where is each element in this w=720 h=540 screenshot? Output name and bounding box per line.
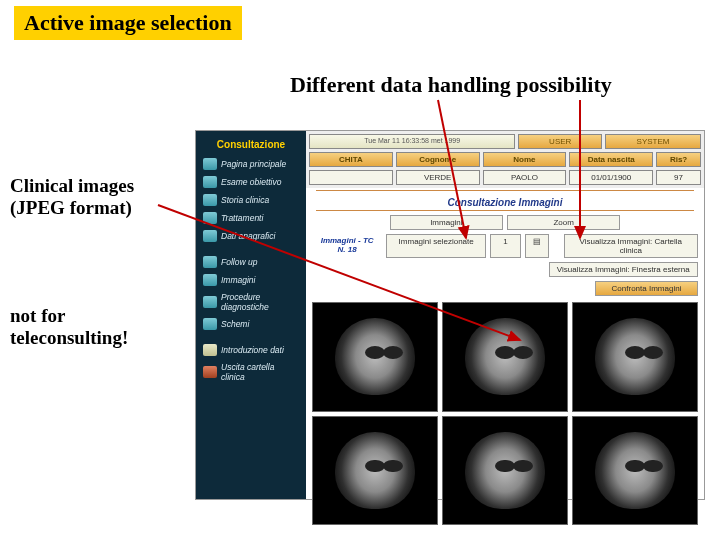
controls-header-row: Immagini Zoom: [306, 213, 704, 232]
confronta-button[interactable]: Confronta Immagini: [595, 281, 698, 296]
controls-row-1: Immagini - TCN. 18 Immagini selezionate …: [306, 232, 704, 260]
patient-value-row: VERDE PAOLO 01/01/1900 97: [306, 170, 704, 188]
slide-subtitle: Different data handling possibility: [290, 72, 612, 98]
caption-clinical-images: Clinical images (JPEG format): [10, 175, 134, 219]
scan-thumbnail[interactable]: [312, 416, 438, 526]
divider: [316, 190, 694, 191]
sidebar-item-procedure-diagnostiche[interactable]: Procedure diagnostiche: [199, 290, 303, 314]
col-data-nascita: Data nascita: [569, 152, 653, 167]
col-ris: Ris?: [656, 152, 701, 167]
divider: [316, 210, 694, 211]
sidebar-item-uscita-cartella[interactable]: Uscita cartella clinica: [199, 360, 303, 384]
col-nome: Nome: [483, 152, 567, 167]
val-nome: PAOLO: [483, 170, 567, 185]
immagini-selezionate-label: Immagini selezionate: [386, 234, 486, 258]
scan-thumbnail[interactable]: [442, 302, 568, 412]
viz-esterna-button[interactable]: Visualizza Immagini: Finestra esterna: [549, 262, 699, 277]
topbar: Tue Mar 11 16:33:58 met 1999 USER SYSTEM: [306, 131, 704, 152]
section-title: Consultazione Immagini: [306, 197, 704, 208]
folder-icon: [203, 212, 217, 224]
timestamp-field: Tue Mar 11 16:33:58 met 1999: [309, 134, 515, 149]
val-ris: 97: [656, 170, 701, 185]
folder-icon: [203, 318, 217, 330]
scan-thumbnail[interactable]: [442, 416, 568, 526]
app-window: Consultazione Pagina principale Esame ob…: [195, 130, 705, 500]
sidebar-item-dati-anagrafici[interactable]: Dati anagrafici: [199, 228, 303, 244]
sidebar-item-schemi[interactable]: Schemi: [199, 316, 303, 332]
count-field[interactable]: 1: [490, 234, 521, 258]
val-data-nascita: 01/01/1900: [569, 170, 653, 185]
document-icon: [203, 344, 217, 356]
col-chita: CHITA: [309, 152, 393, 167]
user-button[interactable]: USER: [518, 134, 602, 149]
system-button[interactable]: SYSTEM: [605, 134, 701, 149]
tc-count-label: Immagini - TCN. 18: [312, 234, 382, 258]
controls-row-3: Confronta Immagini: [306, 279, 704, 298]
sidebar-item-storia-clinica[interactable]: Storia clinica: [199, 192, 303, 208]
folder-icon: [203, 256, 217, 268]
folder-icon: [203, 176, 217, 188]
sidebar-item-pagina-principale[interactable]: Pagina principale: [199, 156, 303, 172]
col-cognome: Cognome: [396, 152, 480, 167]
stepper-icon[interactable]: ▤: [525, 234, 549, 258]
sidebar-item-immagini[interactable]: Immagini: [199, 272, 303, 288]
caption-teleconsulting: not for teleconsulting!: [10, 305, 128, 349]
sidebar-item-esame-obiettivo[interactable]: Esame obiettivo: [199, 174, 303, 190]
image-grid: [306, 298, 704, 529]
sidebar-item-introduzione-dati[interactable]: Introduzione dati: [199, 342, 303, 358]
sidebar-title: Consultazione: [196, 139, 306, 150]
folder-icon: [203, 194, 217, 206]
exit-icon: [203, 366, 217, 378]
folder-icon: [203, 296, 217, 308]
col-immagini: Immagini: [390, 215, 503, 230]
folder-icon: [203, 158, 217, 170]
sidebar-item-trattamenti[interactable]: Trattamenti: [199, 210, 303, 226]
scan-thumbnail[interactable]: [572, 416, 698, 526]
content-area: Tue Mar 11 16:33:58 met 1999 USER SYSTEM…: [306, 131, 704, 499]
col-zoom: Zoom: [507, 215, 620, 230]
sidebar: Consultazione Pagina principale Esame ob…: [196, 131, 306, 499]
val-chita: [309, 170, 393, 185]
patient-header-row: CHITA Cognome Nome Data nascita Ris?: [306, 152, 704, 170]
folder-icon: [203, 274, 217, 286]
folder-icon: [203, 230, 217, 242]
scan-thumbnail[interactable]: [312, 302, 438, 412]
scan-thumbnail[interactable]: [572, 302, 698, 412]
sidebar-item-follow-up[interactable]: Follow up: [199, 254, 303, 270]
controls-row-2: Visualizza Immagini: Finestra esterna: [306, 260, 704, 279]
val-cognome: VERDE: [396, 170, 480, 185]
slide-title: Active image selection: [14, 6, 242, 40]
viz-cartella-button[interactable]: Visualizza Immagini: Cartella clinica: [564, 234, 698, 258]
